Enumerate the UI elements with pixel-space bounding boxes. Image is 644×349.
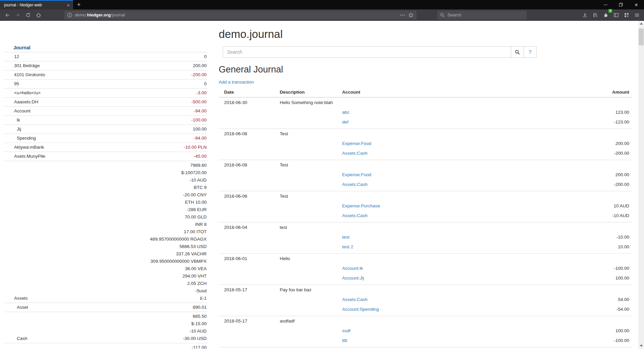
- search-form: ?: [223, 46, 537, 58]
- sidebar-account-row: lk-100.00: [4, 116, 207, 125]
- account-balance: -117.00: [14, 344, 207, 349]
- account-link[interactable]: Aaasets:DH: [4, 98, 38, 106]
- sidebar-account-row: Asset890.01: [4, 303, 207, 312]
- page-scrollbar[interactable]: [638, 21, 644, 349]
- new-tab-button[interactable]: +: [73, 0, 85, 9]
- posting-row: test-10.00: [224, 232, 629, 242]
- back-button[interactable]: [2, 10, 12, 20]
- balance-amount: 489.957000000000 RGAGX: [28, 236, 207, 243]
- account-balance: -94.00: [31, 107, 207, 115]
- posting-account-link[interactable]: test 2: [342, 244, 353, 250]
- back-icon: [5, 12, 10, 18]
- account-balance: 890.01: [28, 304, 207, 311]
- posting-account-link[interactable]: Account:Spending: [342, 306, 379, 313]
- sidebar-icon: [613, 12, 619, 18]
- forward-button[interactable]: [12, 10, 23, 20]
- downloads-button[interactable]: [580, 10, 590, 20]
- window-close-button[interactable]: ×: [629, 0, 644, 9]
- posting-account-link[interactable]: test: [342, 234, 350, 241]
- account-link[interactable]: Assets: [4, 295, 28, 302]
- library-button[interactable]: [590, 10, 600, 20]
- apps-button[interactable]: [621, 10, 632, 20]
- scrollbar-down-arrow-icon[interactable]: [638, 343, 644, 349]
- transaction: 2018-06-06TestExpense:Purchase10 AUDAsse…: [219, 191, 632, 222]
- window-restore-button[interactable]: [613, 0, 629, 9]
- toolbar-right-icons: 0: [580, 10, 642, 20]
- account-link[interactable]: Jij: [4, 126, 21, 133]
- posting-row: ssdf100.00: [224, 326, 629, 336]
- balance-amount: 2.05 ZCH: [28, 280, 207, 287]
- posting-row: Account:Jij100.00: [224, 273, 629, 283]
- sidebar-account-row: Asets:MunyPile-45.00: [4, 152, 207, 161]
- account-link[interactable]: Spending: [4, 135, 36, 142]
- account-link[interactable]: <u>hello</u>: [4, 89, 41, 97]
- account-link[interactable]: 4101 Girokonto: [4, 71, 45, 79]
- posting-account-link[interactable]: def: [342, 119, 348, 126]
- menu-button[interactable]: [632, 10, 642, 20]
- balance-amount: 100.00: [21, 126, 207, 133]
- posting-account-link[interactable]: Assets:Cash: [342, 181, 368, 188]
- balance-amount: -45.00: [45, 153, 207, 160]
- posting-account-link[interactable]: Account:lk: [342, 265, 363, 272]
- posting-row: Assets:Cash-10 AUD: [224, 211, 629, 220]
- transaction: 2018-06-01HelloAccount:lk-100.00Account:…: [219, 254, 632, 285]
- reload-button[interactable]: [23, 10, 33, 20]
- account-link[interactable]: Asets:MunyPile: [4, 153, 45, 160]
- account-link[interactable]: 12: [4, 53, 19, 60]
- browser-tab[interactable]: journal - hledger-web ×: [0, 0, 73, 9]
- url-domain: hledger.org: [87, 12, 111, 17]
- site-info-icon[interactable]: [67, 12, 72, 18]
- posting-account-link[interactable]: abc: [342, 109, 350, 116]
- account-link[interactable]: Cash: [4, 335, 28, 342]
- account-link[interactable]: lk: [4, 116, 20, 124]
- sidebar-journal-link[interactable]: Journal: [4, 44, 207, 52]
- posting-account-link[interactable]: Account:Jij: [342, 275, 364, 282]
- scrollbar-up-arrow-icon[interactable]: [638, 21, 644, 27]
- toolbar-search-field[interactable]: Search: [437, 11, 527, 19]
- add-transaction-link[interactable]: Add a transaction: [219, 80, 254, 85]
- search-button[interactable]: [511, 46, 524, 58]
- posting-amount: 100.00: [615, 328, 629, 334]
- posting-account-link[interactable]: Assets:Cash: [342, 296, 368, 303]
- account-link[interactable]: 301 Beiträge: [4, 62, 40, 69]
- window-minimize-button[interactable]: [598, 0, 613, 9]
- balance-amount: -10 AUD: [28, 328, 207, 335]
- sidebar-toggle-button[interactable]: [611, 10, 621, 20]
- transaction-description: Hello: [280, 255, 629, 262]
- balance-amount: INR 8: [28, 221, 207, 228]
- account-link[interactable]: 95: [4, 80, 19, 88]
- transaction: 2018-06-08TestExpense:Food200.00Assets:C…: [219, 129, 632, 160]
- transaction-head: 2018-05-17Pay foo bar baz: [224, 285, 629, 295]
- search-help-button[interactable]: ?: [524, 46, 537, 58]
- adblock-extension-button[interactable]: 0: [600, 10, 611, 20]
- tab-close-icon[interactable]: ×: [66, 3, 70, 8]
- url-bar[interactable]: demo.hledger.org/journal: [64, 11, 417, 19]
- posting-account-link[interactable]: ssdf: [342, 328, 351, 334]
- posting-account-link[interactable]: tttt: [342, 337, 347, 344]
- column-header-amount: Amount: [612, 90, 629, 95]
- posting-account-link[interactable]: Expense:Food: [342, 140, 371, 147]
- posting-row: tttt-100.00: [224, 336, 629, 345]
- posting-row: abc123.00: [224, 107, 629, 117]
- extension-badge: 0: [608, 9, 612, 13]
- account-balance: -200.00: [45, 71, 207, 79]
- posting-account-link[interactable]: Assets:Cash: [342, 150, 368, 157]
- forward-icon: [15, 12, 20, 18]
- posting-amount: -200.00: [614, 150, 629, 157]
- balance-amount: -10.00 PLN: [44, 144, 207, 151]
- account-link[interactable]: Account: [4, 107, 31, 115]
- transaction-head: 2018-05-17Test: [224, 347, 629, 349]
- sidebar-account-row: Account-94.00: [4, 107, 207, 116]
- home-button[interactable]: [33, 10, 44, 20]
- search-input[interactable]: [223, 46, 511, 58]
- url-text[interactable]: demo.hledger.org/journal: [75, 12, 125, 17]
- page-actions-icon[interactable]: [400, 12, 405, 18]
- posting-account-link[interactable]: Expense:Food: [342, 171, 371, 178]
- bookmark-star-icon[interactable]: [408, 12, 414, 18]
- account-link[interactable]: Asset: [4, 304, 28, 311]
- scrollbar-thumb[interactable]: [639, 29, 644, 45]
- account-balance: -500.00: [38, 98, 207, 106]
- account-link[interactable]: Aktywa:mBank: [4, 144, 44, 151]
- posting-account-link[interactable]: Assets:Cash: [342, 212, 368, 219]
- posting-account-link[interactable]: Expense:Purchase: [342, 203, 380, 209]
